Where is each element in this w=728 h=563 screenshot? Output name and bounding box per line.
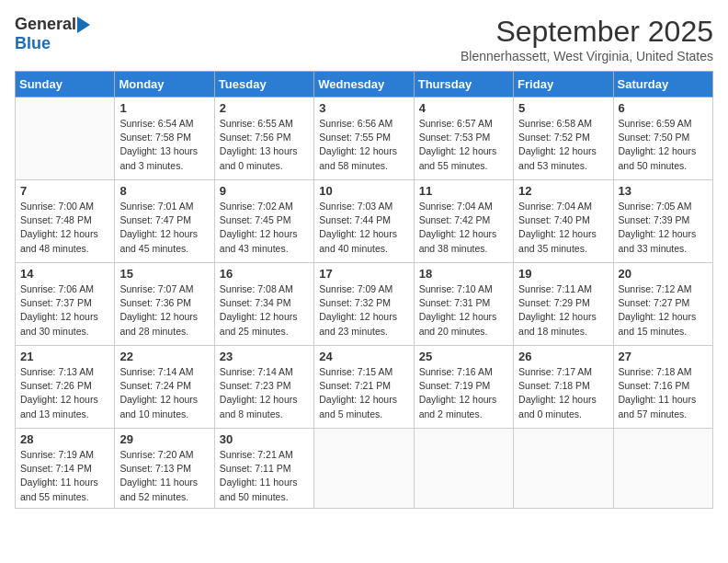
- day-number: 22: [119, 350, 209, 363]
- calendar-cell: 5Sunrise: 6:58 AMSunset: 7:52 PMDaylight…: [514, 98, 613, 180]
- location: Blennerhassett, West Virginia, United St…: [461, 49, 713, 63]
- day-number: 5: [518, 101, 608, 115]
- calendar-cell: 30Sunrise: 7:21 AMSunset: 7:11 PMDayligh…: [214, 429, 313, 509]
- day-number: 7: [20, 184, 109, 198]
- day-number: 20: [619, 267, 708, 281]
- day-info: Sunrise: 7:07 AMSunset: 7:36 PMDaylight:…: [119, 282, 209, 339]
- calendar-week-row: 1Sunrise: 6:54 AMSunset: 7:58 PMDaylight…: [16, 98, 713, 180]
- weekday-header-row: SundayMondayTuesdayWednesdayThursdayFrid…: [16, 72, 713, 98]
- weekday-header-sunday: Sunday: [16, 72, 115, 98]
- day-info: Sunrise: 7:06 AMSunset: 7:37 PMDaylight:…: [20, 282, 109, 339]
- day-info: Sunrise: 7:04 AMSunset: 7:40 PMDaylight:…: [518, 200, 608, 256]
- day-info: Sunrise: 7:12 AMSunset: 7:27 PMDaylight:…: [619, 282, 708, 339]
- calendar-cell: 3Sunrise: 6:56 AMSunset: 7:55 PMDaylight…: [314, 98, 414, 180]
- calendar-week-row: 28Sunrise: 7:19 AMSunset: 7:14 PMDayligh…: [16, 429, 713, 509]
- day-info: Sunrise: 6:56 AMSunset: 7:55 PMDaylight:…: [319, 117, 408, 173]
- day-info: Sunrise: 7:02 AMSunset: 7:45 PMDaylight:…: [220, 200, 309, 256]
- weekday-header-saturday: Saturday: [613, 72, 712, 98]
- weekday-header-thursday: Thursday: [414, 72, 513, 98]
- calendar-cell: 6Sunrise: 6:59 AMSunset: 7:50 PMDaylight…: [613, 98, 712, 180]
- calendar-cell: 12Sunrise: 7:04 AMSunset: 7:40 PMDayligh…: [514, 180, 613, 263]
- calendar-week-row: 21Sunrise: 7:13 AMSunset: 7:26 PMDayligh…: [16, 346, 713, 429]
- day-info: Sunrise: 6:54 AMSunset: 7:58 PMDaylight:…: [119, 117, 209, 173]
- day-number: 11: [419, 184, 508, 198]
- day-number: 16: [220, 267, 309, 281]
- calendar-cell: 4Sunrise: 6:57 AMSunset: 7:53 PMDaylight…: [414, 98, 513, 180]
- page-header: General Blue September 2025 Blennerhasse…: [15, 15, 713, 63]
- calendar-cell: 28Sunrise: 7:19 AMSunset: 7:14 PMDayligh…: [16, 429, 115, 509]
- day-number: 26: [518, 350, 608, 363]
- calendar-cell: 27Sunrise: 7:18 AMSunset: 7:16 PMDayligh…: [613, 346, 712, 429]
- day-info: Sunrise: 7:15 AMSunset: 7:21 PMDaylight:…: [319, 365, 408, 421]
- day-number: 29: [119, 432, 209, 446]
- calendar-week-row: 7Sunrise: 7:00 AMSunset: 7:48 PMDaylight…: [16, 180, 713, 263]
- logo-blue-text: Blue: [15, 34, 51, 52]
- calendar-cell: 2Sunrise: 6:55 AMSunset: 7:56 PMDaylight…: [214, 98, 313, 180]
- calendar-cell: 8Sunrise: 7:01 AMSunset: 7:47 PMDaylight…: [115, 180, 214, 263]
- day-info: Sunrise: 7:00 AMSunset: 7:48 PMDaylight:…: [20, 200, 109, 256]
- logo-general-text: General: [15, 15, 76, 34]
- weekday-header-tuesday: Tuesday: [214, 72, 313, 98]
- day-info: Sunrise: 7:14 AMSunset: 7:23 PMDaylight:…: [220, 365, 309, 421]
- day-number: 28: [20, 432, 109, 446]
- calendar-cell: 10Sunrise: 7:03 AMSunset: 7:44 PMDayligh…: [314, 180, 414, 263]
- day-info: Sunrise: 6:57 AMSunset: 7:53 PMDaylight:…: [419, 117, 508, 173]
- calendar-cell: 18Sunrise: 7:10 AMSunset: 7:31 PMDayligh…: [414, 263, 513, 346]
- weekday-header-friday: Friday: [514, 72, 613, 98]
- calendar-cell: 20Sunrise: 7:12 AMSunset: 7:27 PMDayligh…: [613, 263, 712, 346]
- day-info: Sunrise: 7:17 AMSunset: 7:18 PMDaylight:…: [518, 365, 608, 421]
- calendar-cell: 14Sunrise: 7:06 AMSunset: 7:37 PMDayligh…: [16, 263, 115, 346]
- day-number: 13: [619, 184, 708, 198]
- day-number: 14: [20, 267, 109, 281]
- calendar-cell: 21Sunrise: 7:13 AMSunset: 7:26 PMDayligh…: [16, 346, 115, 429]
- day-info: Sunrise: 7:09 AMSunset: 7:32 PMDaylight:…: [319, 282, 408, 339]
- calendar-cell: 26Sunrise: 7:17 AMSunset: 7:18 PMDayligh…: [514, 346, 613, 429]
- calendar-cell: 1Sunrise: 6:54 AMSunset: 7:58 PMDaylight…: [115, 98, 214, 180]
- day-number: 21: [20, 350, 109, 363]
- day-number: 9: [220, 184, 309, 198]
- day-info: Sunrise: 7:16 AMSunset: 7:19 PMDaylight:…: [419, 365, 508, 421]
- calendar-table: SundayMondayTuesdayWednesdayThursdayFrid…: [15, 71, 713, 509]
- calendar-cell: 22Sunrise: 7:14 AMSunset: 7:24 PMDayligh…: [115, 346, 214, 429]
- calendar-cell: 19Sunrise: 7:11 AMSunset: 7:29 PMDayligh…: [514, 263, 613, 346]
- day-number: 4: [419, 101, 508, 115]
- day-info: Sunrise: 7:19 AMSunset: 7:14 PMDaylight:…: [20, 448, 109, 504]
- calendar-cell: 16Sunrise: 7:08 AMSunset: 7:34 PMDayligh…: [214, 263, 313, 346]
- calendar-cell: 23Sunrise: 7:14 AMSunset: 7:23 PMDayligh…: [214, 346, 313, 429]
- day-info: Sunrise: 7:18 AMSunset: 7:16 PMDaylight:…: [619, 365, 708, 421]
- weekday-header-monday: Monday: [115, 72, 214, 98]
- day-info: Sunrise: 6:55 AMSunset: 7:56 PMDaylight:…: [220, 117, 309, 173]
- day-info: Sunrise: 7:03 AMSunset: 7:44 PMDaylight:…: [319, 200, 408, 256]
- day-number: 2: [220, 101, 309, 115]
- calendar-cell: 9Sunrise: 7:02 AMSunset: 7:45 PMDaylight…: [214, 180, 313, 263]
- calendar-cell: [16, 98, 115, 180]
- day-info: Sunrise: 7:20 AMSunset: 7:13 PMDaylight:…: [119, 448, 209, 504]
- day-number: 1: [119, 101, 209, 115]
- calendar-cell: 13Sunrise: 7:05 AMSunset: 7:39 PMDayligh…: [613, 180, 712, 263]
- calendar-cell: 11Sunrise: 7:04 AMSunset: 7:42 PMDayligh…: [414, 180, 513, 263]
- day-info: Sunrise: 7:04 AMSunset: 7:42 PMDaylight:…: [419, 200, 508, 256]
- day-info: Sunrise: 7:11 AMSunset: 7:29 PMDaylight:…: [518, 282, 608, 339]
- day-number: 17: [319, 267, 408, 281]
- day-number: 18: [419, 267, 508, 281]
- day-number: 27: [619, 350, 708, 363]
- logo: General Blue: [15, 15, 91, 53]
- day-number: 25: [419, 350, 508, 363]
- day-number: 24: [319, 350, 408, 363]
- calendar-cell: 24Sunrise: 7:15 AMSunset: 7:21 PMDayligh…: [314, 346, 414, 429]
- day-info: Sunrise: 7:13 AMSunset: 7:26 PMDaylight:…: [20, 365, 109, 421]
- day-info: Sunrise: 7:08 AMSunset: 7:34 PMDaylight:…: [220, 282, 309, 339]
- day-info: Sunrise: 6:59 AMSunset: 7:50 PMDaylight:…: [619, 117, 708, 173]
- title-section: September 2025 Blennerhassett, West Virg…: [461, 15, 713, 63]
- day-number: 12: [518, 184, 608, 198]
- day-info: Sunrise: 7:14 AMSunset: 7:24 PMDaylight:…: [119, 365, 209, 421]
- day-info: Sunrise: 7:01 AMSunset: 7:47 PMDaylight:…: [119, 200, 209, 256]
- day-number: 15: [119, 267, 209, 281]
- month-title: September 2025: [461, 15, 713, 49]
- day-number: 19: [518, 267, 608, 281]
- logo-arrow-icon: [77, 17, 90, 33]
- day-number: 30: [220, 432, 309, 446]
- calendar-cell: [314, 429, 414, 509]
- calendar-cell: 29Sunrise: 7:20 AMSunset: 7:13 PMDayligh…: [115, 429, 214, 509]
- calendar-cell: [613, 429, 712, 509]
